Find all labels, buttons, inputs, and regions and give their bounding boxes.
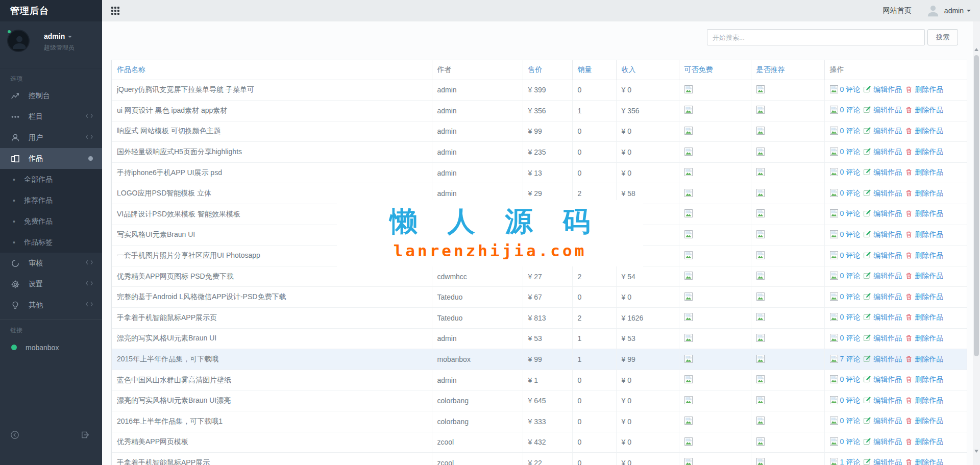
table-row: 完整的基于Android L风格微信APP设计-PSD免费下载Tateduo¥ … bbox=[112, 287, 967, 308]
edit-link[interactable]: 编辑作品 bbox=[873, 106, 902, 114]
sidebar-item-3[interactable]: 用户 bbox=[0, 127, 102, 148]
comments-link[interactable]: 0 评论 bbox=[840, 209, 861, 217]
comments-link[interactable]: 0 评论 bbox=[840, 148, 861, 156]
broken-image-icon bbox=[756, 294, 765, 302]
cell-recommend bbox=[751, 390, 824, 411]
delete-link[interactable]: 删除作品 bbox=[915, 230, 943, 238]
sidebar-subitem-8[interactable]: •作品标签 bbox=[0, 232, 102, 253]
comments-link[interactable]: 0 评论 bbox=[840, 396, 861, 404]
edit-link[interactable]: 编辑作品 bbox=[873, 458, 902, 465]
scrollbar-thumb[interactable] bbox=[974, 55, 979, 356]
edit-link[interactable]: 编辑作品 bbox=[873, 313, 902, 321]
comments-link[interactable]: 0 评论 bbox=[840, 127, 861, 135]
sidebar-link-mobanbox[interactable]: mobanbox bbox=[0, 337, 102, 358]
comments-link[interactable]: 0 评论 bbox=[840, 168, 861, 176]
comments-link[interactable]: 0 评论 bbox=[840, 189, 861, 197]
comments-link[interactable]: 0 评论 bbox=[840, 251, 861, 259]
comments-link[interactable]: 0 评论 bbox=[840, 106, 861, 114]
broken-image-icon bbox=[756, 356, 765, 364]
column-header-3[interactable]: 销量 bbox=[572, 60, 616, 80]
delete-link[interactable]: 删除作品 bbox=[915, 209, 943, 217]
comments-link[interactable]: 0 评论 bbox=[840, 334, 861, 342]
comments-link[interactable]: 1 评论 bbox=[840, 458, 861, 465]
edit-link[interactable]: 编辑作品 bbox=[873, 127, 902, 135]
sidebar-subitem-5[interactable]: •全部作品 bbox=[0, 169, 102, 190]
delete-link[interactable]: 删除作品 bbox=[915, 148, 943, 156]
comments-link[interactable]: 0 评论 bbox=[840, 292, 861, 301]
search-button[interactable]: 搜索 bbox=[927, 29, 958, 45]
sidebar-subitem-6[interactable]: •推荐作品 bbox=[0, 190, 102, 211]
column-header-0[interactable]: 作品名称 bbox=[112, 60, 432, 80]
edit-link[interactable]: 编辑作品 bbox=[873, 209, 902, 217]
collapse-sidebar-icon[interactable] bbox=[10, 430, 19, 439]
comments-link[interactable]: 7 评论 bbox=[840, 355, 861, 363]
edit-link[interactable]: 编辑作品 bbox=[873, 272, 902, 280]
broken-image-icon bbox=[756, 169, 765, 178]
column-header-5[interactable]: 可否免费 bbox=[679, 60, 751, 80]
scroll-up-arrow-icon[interactable] bbox=[974, 48, 978, 51]
delete-link[interactable]: 删除作品 bbox=[915, 189, 943, 197]
delete-link[interactable]: 删除作品 bbox=[915, 334, 943, 342]
sidebar-item-11[interactable]: 其他 bbox=[0, 295, 102, 315]
cell-name: 优秀精美APP网页模板 bbox=[112, 432, 432, 453]
delete-link[interactable]: 删除作品 bbox=[915, 127, 943, 135]
edit-link[interactable]: 编辑作品 bbox=[873, 375, 902, 383]
delete-link[interactable]: 删除作品 bbox=[915, 355, 943, 363]
cell-free bbox=[679, 101, 751, 121]
sidebar-item-9[interactable]: 审核 bbox=[0, 253, 102, 274]
cell-sales: 2 bbox=[572, 308, 616, 329]
apps-grid-icon[interactable] bbox=[111, 7, 119, 15]
delete-link[interactable]: 删除作品 bbox=[915, 417, 943, 425]
delete-link[interactable]: 删除作品 bbox=[915, 168, 943, 176]
trash-icon bbox=[905, 231, 913, 240]
sidebar-item-2[interactable]: 栏目 bbox=[0, 106, 102, 127]
edit-link[interactable]: 编辑作品 bbox=[873, 396, 902, 404]
delete-link[interactable]: 删除作品 bbox=[915, 272, 943, 280]
comments-link[interactable]: 0 评论 bbox=[840, 85, 861, 93]
delete-link[interactable]: 删除作品 bbox=[915, 437, 943, 446]
cell-author: Tateduo bbox=[432, 287, 523, 308]
delete-link[interactable]: 删除作品 bbox=[915, 375, 943, 383]
edit-link[interactable]: 编辑作品 bbox=[873, 230, 902, 238]
delete-link[interactable]: 删除作品 bbox=[915, 251, 943, 259]
edit-link[interactable]: 编辑作品 bbox=[873, 355, 902, 363]
edit-link[interactable]: 编辑作品 bbox=[873, 168, 902, 176]
sidebar-item-1[interactable]: 控制台 bbox=[0, 85, 102, 106]
comments-link[interactable]: 0 评论 bbox=[840, 313, 861, 321]
edit-link[interactable]: 编辑作品 bbox=[873, 189, 902, 197]
comments-link[interactable]: 0 评论 bbox=[840, 272, 861, 280]
edit-link[interactable]: 编辑作品 bbox=[873, 292, 902, 301]
edit-link[interactable]: 编辑作品 bbox=[873, 148, 902, 156]
profile-name-row[interactable]: admin bbox=[44, 32, 102, 41]
comments-link[interactable]: 0 评论 bbox=[840, 375, 861, 383]
edit-link[interactable]: 编辑作品 bbox=[873, 251, 902, 259]
search-input[interactable] bbox=[707, 29, 925, 45]
delete-link[interactable]: 删除作品 bbox=[915, 458, 943, 465]
comments-link[interactable]: 0 评论 bbox=[840, 437, 861, 446]
sidebar-item-4[interactable]: 作品 bbox=[0, 148, 102, 169]
broken-image-icon bbox=[756, 314, 765, 323]
edit-link[interactable]: 编辑作品 bbox=[873, 85, 902, 93]
trash-icon bbox=[905, 313, 913, 323]
column-header-4[interactable]: 收入 bbox=[616, 60, 679, 80]
edit-link[interactable]: 编辑作品 bbox=[873, 334, 902, 342]
column-header-2[interactable]: 售价 bbox=[523, 60, 572, 80]
scroll-down-arrow-icon[interactable] bbox=[974, 450, 978, 453]
delete-link[interactable]: 删除作品 bbox=[915, 85, 943, 93]
comments-link[interactable]: 0 评论 bbox=[840, 230, 861, 238]
delete-link[interactable]: 删除作品 bbox=[915, 396, 943, 404]
column-header-6[interactable]: 是否推荐 bbox=[751, 60, 824, 80]
sidebar-item-10[interactable]: 设置 bbox=[0, 274, 102, 295]
logout-icon[interactable] bbox=[81, 430, 90, 439]
delete-link[interactable]: 删除作品 bbox=[915, 292, 943, 301]
broken-image-icon bbox=[684, 128, 693, 136]
edit-link[interactable]: 编辑作品 bbox=[873, 437, 902, 446]
delete-link[interactable]: 删除作品 bbox=[915, 313, 943, 321]
user-menu[interactable]: admin bbox=[944, 7, 971, 15]
delete-link[interactable]: 删除作品 bbox=[915, 106, 943, 114]
comments-link[interactable]: 0 评论 bbox=[840, 417, 861, 425]
sidebar-subitem-7[interactable]: •免费作品 bbox=[0, 211, 102, 232]
scrollbar[interactable] bbox=[973, 21, 980, 465]
edit-link[interactable]: 编辑作品 bbox=[873, 417, 902, 425]
site-home-link[interactable]: 网站首页 bbox=[883, 6, 912, 15]
